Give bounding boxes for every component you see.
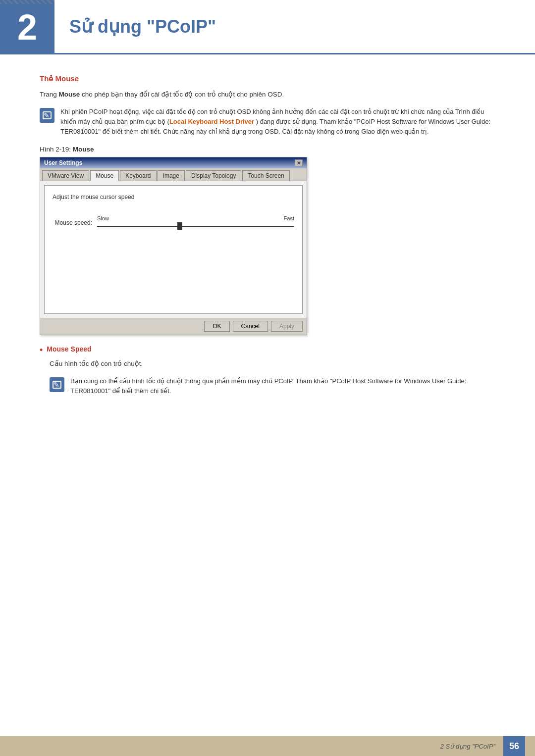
note-box-2: Bạn cũng có thể cấu hình tốc độ chuột th… <box>50 376 495 396</box>
dialog-buttons: OK Cancel Apply <box>40 318 307 335</box>
page-footer: 2 Sử dụng "PCoIP" 56 <box>0 736 535 756</box>
ok-button[interactable]: OK <box>204 321 229 332</box>
note-icon-1 <box>40 108 54 123</box>
bullet-dot: • <box>40 346 43 354</box>
dialog-tabs: VMware View Mouse Keyboard Image Display… <box>40 168 307 181</box>
chapter-header: 2 Sử dụng "PCoIP" <box>0 0 535 54</box>
tab-image[interactable]: Image <box>158 170 185 181</box>
chapter-number: 2 <box>0 0 54 54</box>
cancel-button[interactable]: Cancel <box>233 321 268 332</box>
main-content: Thẻ Mouse Trang Mouse cho phép bạn thay … <box>0 74 535 443</box>
intro-paragraph: Trang Mouse cho phép bạn thay đổi cài đặ… <box>40 89 495 100</box>
tab-touch-screen[interactable]: Touch Screen <box>242 170 289 181</box>
note-icon-2 <box>50 377 64 392</box>
slider-labels: Slow Fast <box>97 215 294 221</box>
section-heading: Thẻ Mouse <box>40 74 495 83</box>
dialog-content-label: Adjust the mouse cursor speed <box>53 194 294 201</box>
mouse-speed-label: Mouse speed: <box>53 219 92 226</box>
bullet-description: Cấu hình tốc độ con trỏ chuột. <box>50 358 495 369</box>
apply-button[interactable]: Apply <box>271 321 303 332</box>
dialog-close-button[interactable]: ✕ <box>295 159 303 166</box>
tab-vmware-view[interactable]: VMware View <box>42 170 89 181</box>
bullet-mouse-speed: • Mouse Speed <box>40 345 495 354</box>
slider-track[interactable] <box>97 222 294 230</box>
slider-thumb[interactable] <box>177 222 182 230</box>
slider-line <box>97 226 294 227</box>
mouse-speed-slider-area: Slow Fast <box>97 215 294 230</box>
note-text-2: Bạn cũng có thể cấu hình tốc độ chuột th… <box>70 376 495 396</box>
figure-label: Hình 2-19: Mouse <box>40 146 495 153</box>
dialog-title: User Settings <box>44 159 82 166</box>
user-settings-dialog: User Settings ✕ VMware View Mouse Keyboa… <box>40 157 307 335</box>
mouse-speed-row: Mouse speed: Slow Fast <box>53 215 294 230</box>
footer-text: 2 Sử dụng "PCoIP" <box>440 743 495 750</box>
chapter-title-area: Sử dụng "PCoIP" <box>54 0 535 54</box>
tab-mouse[interactable]: Mouse <box>90 170 119 181</box>
bullet-label: Mouse Speed <box>47 345 91 353</box>
dialog-content: Adjust the mouse cursor speed Mouse spee… <box>44 185 303 314</box>
tab-display-topology[interactable]: Display Topology <box>186 170 242 181</box>
dialog-titlebar: User Settings ✕ <box>40 157 307 168</box>
chapter-title: Sử dụng "PCoIP" <box>69 16 216 37</box>
note-box-1: Khi phiên PCoIP hoạt động, việc cài đặt … <box>40 107 495 137</box>
note-text-1: Khi phiên PCoIP hoạt động, việc cài đặt … <box>60 107 495 137</box>
page-number: 56 <box>503 736 525 756</box>
tab-keyboard[interactable]: Keyboard <box>120 170 156 181</box>
